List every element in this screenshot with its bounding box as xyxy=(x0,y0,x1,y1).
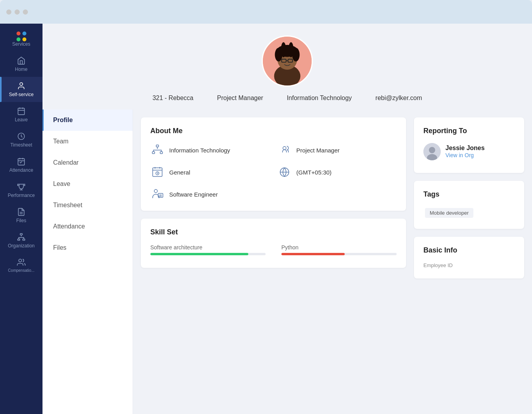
sidebar-timesheet-label: Timesheet xyxy=(10,142,32,148)
main-content: 321 - Rebecca Project Manager Informatio… xyxy=(42,24,532,414)
about-designation: Software Engineer xyxy=(150,187,397,201)
skill-set-title: Skill Set xyxy=(150,228,397,236)
svg-point-15 xyxy=(19,259,22,262)
about-role: Project Manager xyxy=(277,143,397,157)
center-column: About Me xyxy=(141,117,406,406)
timesheet-clock-icon xyxy=(17,132,26,141)
leave-calendar-icon xyxy=(17,107,26,115)
sidebar-compensation-label: Compensatio... xyxy=(8,268,34,273)
nav-item-timesheet[interactable]: Timesheet xyxy=(42,195,133,216)
window-minimize-btn[interactable] xyxy=(15,9,20,15)
files-icon xyxy=(17,208,26,216)
main-panel: About Me xyxy=(133,110,532,414)
window-maximize-btn[interactable] xyxy=(23,9,28,15)
basic-info-card: Basic Info Employee ID xyxy=(414,237,524,278)
sidebar-item-compensation[interactable]: Compensatio... xyxy=(0,253,42,277)
about-me-title: About Me xyxy=(150,127,397,135)
svg-point-30 xyxy=(283,147,286,150)
basic-info-title: Basic Info xyxy=(423,246,515,254)
nav-item-calendar[interactable]: Calendar xyxy=(42,152,133,173)
skill-software-architecture-bar-bg xyxy=(150,253,266,255)
svg-rect-27 xyxy=(156,145,159,147)
sidebar-item-performance[interactable]: Performance xyxy=(0,178,42,203)
sidebar-item-files[interactable]: Files xyxy=(0,203,42,228)
sidebar-attendance-label: Attendance xyxy=(9,167,33,173)
sidebar-item-home[interactable]: Home xyxy=(0,52,42,77)
sidebar-files-label: Files xyxy=(16,218,26,223)
svg-rect-1 xyxy=(18,108,25,115)
svg-rect-28 xyxy=(152,152,155,154)
reporting-to-title: Reporting To xyxy=(423,127,515,135)
nav-item-profile[interactable]: Profile xyxy=(42,110,133,131)
svg-point-38 xyxy=(154,189,157,193)
about-timezone: (GMT+05:30) xyxy=(277,165,397,179)
shift-icon xyxy=(150,165,164,179)
designation-icon xyxy=(150,187,164,201)
skill-software-architecture-label: Software architecture xyxy=(150,244,266,251)
employee-email: rebi@zylker.com xyxy=(375,95,422,102)
sidebar-item-services[interactable]: Services xyxy=(0,27,42,52)
attendance-icon xyxy=(17,157,26,166)
sidebar-home-label: Home xyxy=(15,67,28,72)
manager-name: Jessie Jones xyxy=(445,145,485,152)
sidebar-organization-label: Organization xyxy=(8,243,35,249)
home-icon xyxy=(17,56,26,65)
nav-item-team[interactable]: Team xyxy=(42,131,133,152)
person-icon xyxy=(17,82,26,90)
sidebar-item-self-service[interactable]: Self-service xyxy=(0,77,42,102)
svg-point-22 xyxy=(281,42,286,57)
skill-set-card: Skill Set Software architecture Python xyxy=(141,219,406,268)
trophy-icon xyxy=(17,182,26,191)
compensation-icon xyxy=(17,258,26,267)
skill-python-bar-fill xyxy=(281,253,345,255)
employee-id: 321 - Rebecca xyxy=(152,95,193,102)
svg-rect-13 xyxy=(18,239,20,241)
view-org-link[interactable]: View in Org xyxy=(445,152,474,158)
svg-rect-29 xyxy=(160,152,163,154)
tags-container: Mobile developer xyxy=(423,206,515,219)
employee-id-label: Employee ID xyxy=(423,262,515,268)
skill-python-bar-bg xyxy=(281,253,397,255)
sidebar-self-service-label: Self-service xyxy=(9,92,34,97)
sidebar-item-timesheet[interactable]: Timesheet xyxy=(0,127,42,152)
svg-rect-12 xyxy=(20,234,22,235)
employee-department: Information Technology xyxy=(287,95,352,102)
about-grid: Information Technology xyxy=(150,143,397,179)
sidebar-leave-label: Leave xyxy=(15,117,28,123)
sidebar: Services Home Self-service xyxy=(0,24,42,414)
skill-python-label: Python xyxy=(281,244,397,251)
nav-item-attendance[interactable]: Attendance xyxy=(42,216,133,237)
about-department-text: Information Technology xyxy=(169,147,230,154)
sidebar-services-label: Services xyxy=(12,41,30,47)
avatar-image xyxy=(263,35,312,87)
about-designation-text: Software Engineer xyxy=(169,191,218,198)
about-shift-text: General xyxy=(169,169,190,176)
sidebar-performance-label: Performance xyxy=(8,193,35,198)
about-timezone-text: (GMT+05:30) xyxy=(296,169,332,176)
sidebar-item-attendance[interactable]: Attendance xyxy=(0,152,42,178)
org-icon xyxy=(17,233,26,241)
about-department: Information Technology xyxy=(150,143,270,157)
skill-row: Software architecture Python xyxy=(150,244,397,255)
role-icon xyxy=(277,143,292,157)
reporting-person: Jessie Jones View in Org xyxy=(423,143,515,160)
profile-info: 321 - Rebecca Project Manager Informatio… xyxy=(152,95,422,102)
svg-point-23 xyxy=(288,42,294,57)
reporting-to-card: Reporting To Jessie Jones xyxy=(414,117,524,173)
sidebar-item-leave[interactable]: Leave xyxy=(0,102,42,127)
right-column: Reporting To Jessie Jones xyxy=(414,117,524,406)
skill-python: Python xyxy=(281,244,397,255)
nav-item-leave[interactable]: Leave xyxy=(42,173,133,195)
sidebar-item-organization[interactable]: Organization xyxy=(0,228,42,253)
window-close-btn[interactable] xyxy=(6,9,11,15)
services-icon xyxy=(17,32,26,41)
tag-mobile-developer: Mobile developer xyxy=(425,208,473,218)
about-me-card: About Me xyxy=(141,117,406,211)
department-icon xyxy=(150,143,164,157)
svg-point-43 xyxy=(429,147,435,153)
about-shift: General xyxy=(150,165,270,179)
nav-item-files[interactable]: Files xyxy=(42,237,133,258)
skill-software-architecture: Software architecture xyxy=(150,244,266,255)
manager-avatar xyxy=(423,143,441,160)
employee-role: Project Manager xyxy=(217,95,263,102)
